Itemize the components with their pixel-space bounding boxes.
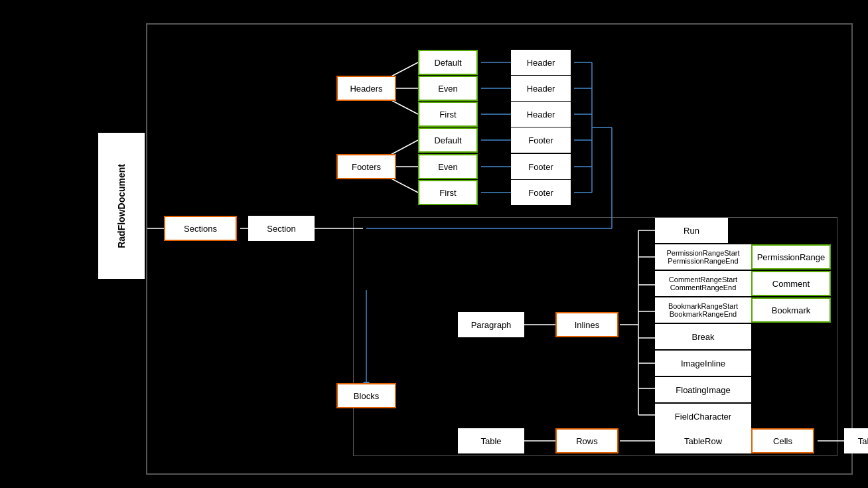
footer2-node: Footer [511, 154, 571, 179]
bookmark-range-start-end-node: BookmarkRangeStartBookmarkRangeEnd [655, 297, 751, 323]
sections-node: Sections [164, 216, 237, 241]
floating-image-node: FloatingImage [655, 377, 751, 402]
even-h-node: Even [418, 76, 478, 101]
header3-node: Header [511, 102, 571, 127]
first-h-node: First [418, 102, 478, 127]
inlines-node: Inlines [555, 312, 618, 337]
rows-node: Rows [555, 428, 618, 453]
run-node: Run [655, 218, 728, 243]
comment-node: Comment [751, 271, 831, 296]
footers-node: Footers [336, 154, 396, 179]
header2-node: Header [511, 76, 571, 101]
table-cell-node: TableCell [844, 428, 868, 453]
field-character-node: FieldCharacter [655, 404, 751, 429]
blocks-node: Blocks [336, 383, 396, 408]
first-f-node: First [418, 180, 478, 205]
diagram-area: Headers Footers Default Even First Defau… [146, 23, 853, 475]
break-node: Break [655, 324, 751, 349]
header1-node: Header [511, 50, 571, 75]
bookmark-node: Bookmark [751, 297, 831, 323]
footer1-node: Footer [511, 127, 571, 153]
comment-range-start-end-node: CommentRangeStartCommentRangeEnd [655, 271, 751, 296]
table-node: Table [458, 428, 524, 453]
table-row-node: TableRow [655, 428, 751, 453]
default-h-node: Default [418, 50, 478, 75]
paragraph-node: Paragraph [458, 312, 524, 337]
headers-node: Headers [336, 76, 396, 101]
image-inline-node: ImageInline [655, 351, 751, 376]
cells-node: Cells [751, 428, 814, 453]
section-node: Section [248, 216, 315, 241]
rad-flow-document-label: RadFlowDocument [98, 133, 145, 279]
permission-range-start-end-node: PermissionRangeStartPermissionRangeEnd [655, 244, 751, 270]
even-f-node: Even [418, 154, 478, 179]
permission-range-node: PermissionRange [751, 244, 831, 270]
default-f-node: Default [418, 127, 478, 153]
canvas: RadFlowDocument [0, 0, 868, 488]
footer3-node: Footer [511, 180, 571, 205]
